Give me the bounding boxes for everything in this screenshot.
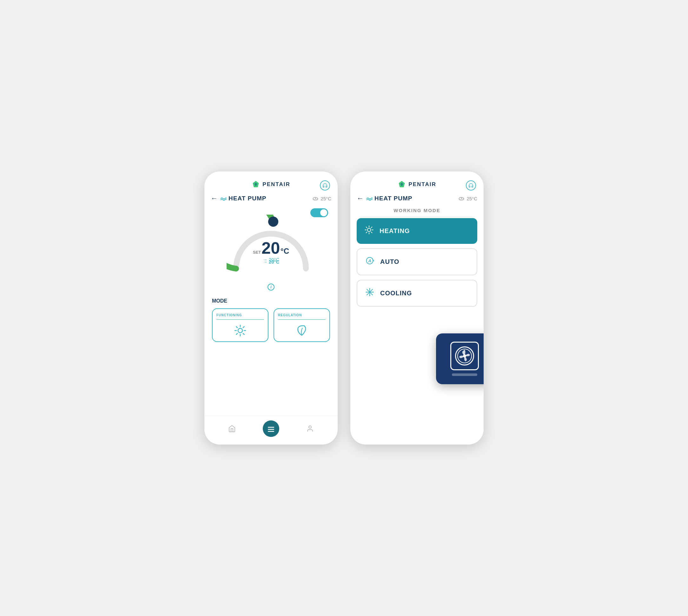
current-temp: → 20°C: [253, 257, 289, 262]
svg-line-34: [366, 232, 367, 233]
info-section: i: [268, 284, 275, 290]
device-bottom-bar: [452, 373, 477, 376]
phone1-topbar: ← HEAT PUMP 25°C: [204, 192, 338, 205]
cooling-label: COOLING: [380, 290, 412, 297]
svg-point-43: [369, 288, 370, 289]
phone1-header: PENTAIR: [204, 172, 338, 192]
phone2-header: PENTAIR: [350, 172, 484, 192]
regulation-card[interactable]: REGULATION: [274, 308, 330, 342]
svg-line-12: [236, 327, 238, 328]
sun-icon: [216, 324, 264, 337]
profile-nav-icon[interactable]: [305, 423, 315, 434]
svg-line-32: [371, 232, 372, 233]
pentair-diamond-icon: [252, 180, 260, 189]
pentair-logo-2: PENTAIR: [398, 180, 436, 189]
functioning-card[interactable]: FUNCTIONING: [212, 308, 269, 342]
leaf-icon: [278, 324, 326, 337]
svg-point-26: [367, 228, 371, 232]
back-button[interactable]: ←: [211, 194, 218, 203]
pentair-logo: PENTAIR: [252, 180, 290, 189]
set-label: SET: [253, 250, 261, 255]
brand-name-2: PENTAIR: [408, 181, 436, 188]
heating-option[interactable]: HEATING: [357, 218, 477, 244]
svg-text:A: A: [368, 259, 372, 263]
phone2-topbar: ← HEAT PUMP 25°C: [350, 192, 484, 205]
phone-2: PENTAIR ← HEAT PUMP: [350, 172, 484, 444]
snowflake-icon: [365, 287, 374, 299]
phone-1: PENTAIR ← HEAT PUMP: [204, 172, 338, 444]
weather-temp-value: 25°C: [321, 196, 331, 201]
working-mode-title: WORKING MODE: [350, 205, 484, 218]
fan-circle: [455, 347, 474, 366]
temperature-gauge: SET 20 °C → 20°C: [227, 215, 316, 278]
auto-option[interactable]: A AUTO: [357, 248, 477, 275]
headset-icon-2[interactable]: [466, 180, 476, 191]
svg-point-7: [238, 328, 243, 333]
regulation-label: REGULATION: [278, 313, 302, 317]
gauge-section: SET 20 °C → 20°C → 20°C i: [204, 205, 338, 293]
bottom-nav: [204, 416, 338, 444]
cloud-icon-2: [458, 196, 465, 201]
info-icon[interactable]: i: [268, 284, 275, 290]
weather-temp-2: 25°C: [458, 196, 477, 201]
weather-temp: 25°C: [312, 196, 331, 201]
pentair-diamond-icon-2: [398, 180, 406, 189]
fan-housing: [450, 342, 479, 370]
mode-section: MODE FUNCTIONING: [204, 293, 338, 416]
svg-line-15: [236, 333, 238, 335]
waves-icon: [220, 195, 227, 202]
page-title-2: HEAT PUMP: [366, 195, 412, 202]
svg-point-6: [268, 217, 278, 227]
page-title: HEAT PUMP: [220, 195, 266, 202]
card-divider: [216, 320, 264, 320]
home-nav-icon[interactable]: [227, 423, 237, 434]
cooling-option[interactable]: COOLING: [357, 280, 477, 307]
heat-pump-device-widget: [436, 333, 484, 384]
menu-nav-icon[interactable]: [263, 420, 279, 437]
brand-name: PENTAIR: [262, 181, 290, 188]
card-divider-2: [278, 320, 326, 320]
heating-sun-icon: [364, 225, 374, 237]
svg-line-33: [371, 227, 372, 228]
svg-point-19: [309, 426, 311, 428]
waves-icon-2: [366, 195, 372, 202]
mode-cards: FUNCTIONING: [212, 308, 330, 342]
svg-point-42: [369, 291, 371, 293]
back-button-2[interactable]: ←: [357, 194, 364, 203]
svg-point-45: [366, 292, 367, 293]
gauge-center: SET 20 °C → 20°C: [253, 240, 289, 262]
auto-label: AUTO: [380, 258, 399, 265]
headset-icon[interactable]: [320, 180, 330, 191]
set-temp-big: 20: [261, 240, 280, 256]
svg-point-46: [372, 292, 373, 293]
svg-line-13: [243, 333, 244, 335]
degree-symbol: °C: [280, 247, 289, 255]
mode-section-title: MODE: [212, 298, 330, 304]
functioning-label: FUNCTIONING: [216, 313, 242, 317]
toggle-circle: [320, 209, 327, 216]
svg-line-31: [366, 227, 367, 228]
fan-blades: [457, 348, 473, 364]
heat-pump-label-2: HEAT PUMP: [374, 195, 412, 202]
cloud-icon: [312, 196, 319, 201]
auto-icon: A: [365, 256, 374, 268]
heat-pump-label: HEAT PUMP: [228, 195, 266, 202]
heating-label: HEATING: [380, 227, 410, 235]
weather-temp-value-2: 25°C: [466, 196, 477, 201]
svg-point-44: [369, 295, 370, 296]
svg-line-14: [243, 327, 244, 328]
